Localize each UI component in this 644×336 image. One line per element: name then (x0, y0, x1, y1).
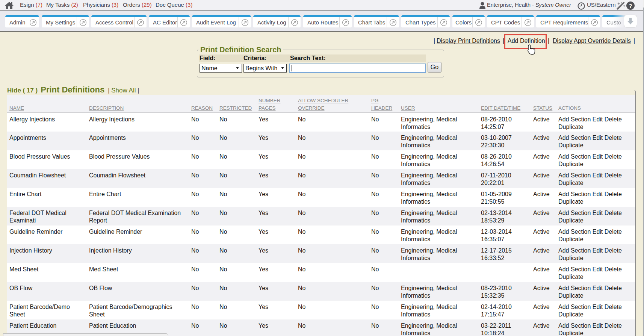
svg-text:?: ? (629, 3, 632, 9)
